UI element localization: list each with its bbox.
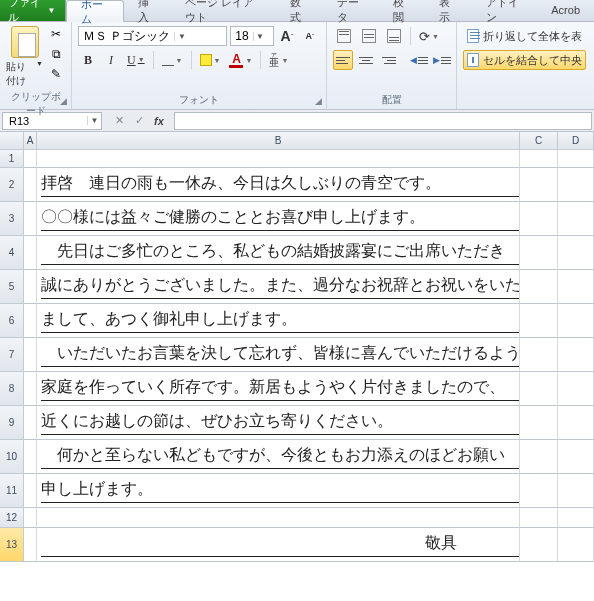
chevron-down-icon[interactable]: ▼ [87, 116, 101, 125]
cell-C13[interactable] [520, 528, 558, 562]
cell-D2[interactable] [558, 168, 594, 202]
cell-D11[interactable] [558, 474, 594, 508]
clipboard-dialog-launcher[interactable]: ◢ [57, 95, 69, 107]
row-header-4[interactable]: 4 [0, 236, 24, 270]
align-bottom-button[interactable] [383, 26, 405, 46]
col-header-D[interactable]: D [558, 132, 594, 150]
cell-C3[interactable] [520, 202, 558, 236]
wrap-text-button[interactable]: 折り返して全体を表 [463, 26, 586, 46]
row-header-9[interactable]: 9 [0, 406, 24, 440]
row-header-5[interactable]: 5 [0, 270, 24, 304]
row-header-10[interactable]: 10 [0, 440, 24, 474]
bold-button[interactable]: B [78, 50, 98, 70]
cell-A6[interactable] [24, 304, 37, 338]
cell-A12[interactable] [24, 508, 37, 528]
cell-D10[interactable] [558, 440, 594, 474]
cell-A9[interactable] [24, 406, 37, 440]
grow-font-button[interactable]: Aˆ [277, 26, 297, 46]
row-header-11[interactable]: 11 [0, 474, 24, 508]
select-all-corner[interactable] [0, 132, 24, 150]
cell-B2[interactable]: 拝啓 連日の雨も一休み、今日は久しぶりの青空です。 [37, 168, 520, 202]
row-header-12[interactable]: 12 [0, 508, 24, 528]
tab-data[interactable]: データ [323, 0, 379, 21]
cell-C10[interactable] [520, 440, 558, 474]
shrink-font-button[interactable]: Aˇ [300, 26, 320, 46]
cell-B1[interactable] [37, 150, 520, 168]
italic-button[interactable]: I [101, 50, 121, 70]
align-top-button[interactable] [333, 26, 355, 46]
cell-B6[interactable]: まして、あつく御礼申し上げます。 [37, 304, 520, 338]
cell-B10[interactable]: 何かと至らない私どもですが、今後ともお力添えのほどお願い [37, 440, 520, 474]
cell-B8[interactable]: 家庭を作っていく所存です。新居もようやく片付きましたので、 [37, 372, 520, 406]
row-header-1[interactable]: 1 [0, 150, 24, 168]
cancel-formula-button[interactable]: ✕ [110, 113, 128, 129]
cell-A7[interactable] [24, 338, 37, 372]
align-middle-button[interactable] [358, 26, 380, 46]
cell-C7[interactable] [520, 338, 558, 372]
cell-A1[interactable] [24, 150, 37, 168]
tab-home[interactable]: ホーム [66, 0, 124, 22]
tab-formulas[interactable]: 数式 [276, 0, 323, 21]
phonetic-button[interactable]: ア亜▼ [266, 50, 291, 70]
row-header-2[interactable]: 2 [0, 168, 24, 202]
align-center-button[interactable] [356, 50, 376, 70]
cell-D1[interactable] [558, 150, 594, 168]
cell-A8[interactable] [24, 372, 37, 406]
cell-A11[interactable] [24, 474, 37, 508]
underline-button[interactable]: U▼ [124, 50, 148, 70]
align-right-button[interactable] [379, 50, 399, 70]
font-color-button[interactable]: A▼ [226, 50, 255, 70]
font-size-combo[interactable]: 18 ▼ [230, 26, 274, 46]
tab-review[interactable]: 校閲 [379, 0, 426, 21]
row-header-6[interactable]: 6 [0, 304, 24, 338]
cell-C8[interactable] [520, 372, 558, 406]
align-left-button[interactable] [333, 50, 353, 70]
paste-button[interactable]: 貼り付け▼ [6, 26, 43, 88]
formula-content[interactable] [174, 112, 592, 130]
row-header-8[interactable]: 8 [0, 372, 24, 406]
col-header-B[interactable]: B [37, 132, 520, 150]
enter-formula-button[interactable]: ✓ [130, 113, 148, 129]
row-header-7[interactable]: 7 [0, 338, 24, 372]
cell-B13[interactable]: 敬具 [37, 528, 520, 562]
cell-C2[interactable] [520, 168, 558, 202]
font-dialog-launcher[interactable]: ◢ [312, 95, 324, 107]
cell-D12[interactable] [558, 508, 594, 528]
tab-acrobat[interactable]: Acrob [537, 0, 594, 21]
cell-D4[interactable] [558, 236, 594, 270]
increase-indent-button[interactable]: ▶ [432, 50, 452, 70]
cell-B5[interactable]: 誠にありがとうございました。また、過分なお祝辞とお祝いをいただき [37, 270, 520, 304]
tab-file[interactable]: ファイル ▼ [0, 0, 66, 21]
cell-A10[interactable] [24, 440, 37, 474]
cell-B7[interactable]: いただいたお言葉を決して忘れず、皆様に喜んでいただけるような [37, 338, 520, 372]
cell-D13[interactable] [558, 528, 594, 562]
row-header-3[interactable]: 3 [0, 202, 24, 236]
cell-A3[interactable] [24, 202, 37, 236]
tab-page-layout[interactable]: ページ レイアウト [171, 0, 276, 21]
cell-A13[interactable] [24, 528, 37, 562]
format-painter-button[interactable]: ✎ [47, 66, 65, 82]
cell-D5[interactable] [558, 270, 594, 304]
cell-C1[interactable] [520, 150, 558, 168]
cell-C9[interactable] [520, 406, 558, 440]
cell-D7[interactable] [558, 338, 594, 372]
orientation-button[interactable]: ⟳▼ [416, 26, 442, 46]
row-header-13[interactable]: 13 [0, 528, 24, 562]
col-header-C[interactable]: C [520, 132, 558, 150]
col-header-A[interactable]: A [24, 132, 37, 150]
cell-B3[interactable]: 〇〇様には益々ご健勝のこととお喜び申し上げます。 [37, 202, 520, 236]
cell-D8[interactable] [558, 372, 594, 406]
borders-button[interactable]: ▼ [159, 50, 186, 70]
cell-A5[interactable] [24, 270, 37, 304]
insert-function-button[interactable]: fx [150, 113, 168, 129]
cell-B9[interactable]: 近くにお越しの節は、ぜひお立ち寄りください。 [37, 406, 520, 440]
tab-addins[interactable]: アドイン [472, 0, 537, 21]
cell-C12[interactable] [520, 508, 558, 528]
cell-B4[interactable]: 先日はご多忙のところ、私どもの結婚披露宴にご出席いただき [37, 236, 520, 270]
cell-A4[interactable] [24, 236, 37, 270]
cell-A2[interactable] [24, 168, 37, 202]
chevron-down-icon[interactable]: ▼ [174, 32, 188, 41]
cell-C5[interactable] [520, 270, 558, 304]
cell-C6[interactable] [520, 304, 558, 338]
merge-center-button[interactable]: セルを結合して中央 [463, 50, 586, 70]
